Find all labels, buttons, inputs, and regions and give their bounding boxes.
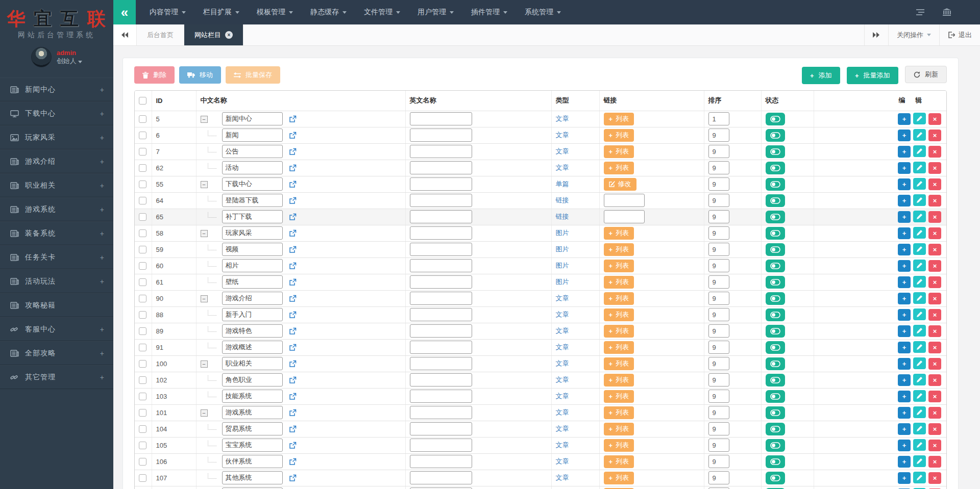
row-add-button[interactable]: + <box>898 358 911 370</box>
row-edit-button[interactable] <box>913 260 926 271</box>
en-name-input[interactable] <box>410 341 472 354</box>
en-name-input[interactable] <box>410 161 472 174</box>
row-delete-button[interactable]: × <box>928 113 941 125</box>
en-name-input[interactable] <box>410 390 472 403</box>
row-checkbox[interactable] <box>139 409 146 417</box>
sort-input[interactable] <box>708 308 729 321</box>
navbar-menu-item[interactable]: 文件管理 <box>356 0 408 24</box>
sort-input[interactable] <box>708 390 729 403</box>
row-add-button[interactable]: + <box>898 178 911 190</box>
en-name-input[interactable] <box>410 194 472 207</box>
external-link-icon[interactable] <box>289 409 297 417</box>
sort-input[interactable] <box>708 439 729 452</box>
sidebar-item[interactable]: 活动玩法 + <box>0 269 113 293</box>
row-delete-button[interactable]: × <box>928 195 941 207</box>
collapse-minus-icon[interactable]: − <box>201 230 208 237</box>
external-link-icon[interactable] <box>289 425 297 433</box>
type-link[interactable]: 文章 <box>556 131 569 139</box>
type-link[interactable]: 文章 <box>556 408 569 416</box>
cn-name-input[interactable] <box>222 243 283 256</box>
row-delete-button[interactable]: × <box>928 276 941 288</box>
status-toggle-button[interactable] <box>766 113 785 125</box>
row-delete-button[interactable]: × <box>928 407 941 419</box>
row-add-button[interactable]: + <box>898 227 911 239</box>
status-toggle-button[interactable] <box>766 129 785 142</box>
collapse-minus-icon[interactable]: − <box>201 409 208 417</box>
external-link-icon[interactable] <box>289 132 297 139</box>
navbar-menu-item[interactable]: 栏目扩展 <box>195 0 247 24</box>
status-toggle-button[interactable] <box>766 292 785 305</box>
link-list-button[interactable]: +列表 <box>604 357 634 370</box>
external-link-icon[interactable] <box>289 360 297 368</box>
row-checkbox[interactable] <box>139 344 146 351</box>
batch-add-button[interactable]: + 批量添加 <box>847 67 898 84</box>
cn-name-input[interactable] <box>222 406 283 419</box>
sort-input[interactable] <box>708 194 729 207</box>
row-add-button[interactable]: + <box>898 260 911 272</box>
type-link[interactable]: 图片 <box>556 262 569 269</box>
row-edit-button[interactable] <box>913 178 926 190</box>
en-name-input[interactable] <box>410 275 472 289</box>
link-list-button[interactable]: +列表 <box>604 439 634 452</box>
external-link-icon[interactable] <box>289 246 297 253</box>
row-add-button[interactable]: + <box>898 130 911 141</box>
sidebar-item[interactable]: 游戏介绍 + <box>0 149 113 173</box>
status-toggle-button[interactable] <box>766 211 785 223</box>
status-toggle-button[interactable] <box>766 455 785 468</box>
en-name-input[interactable] <box>410 373 472 387</box>
row-delete-button[interactable]: × <box>928 456 941 468</box>
external-link-icon[interactable] <box>289 327 297 335</box>
sort-input[interactable] <box>708 341 729 354</box>
status-toggle-button[interactable] <box>766 194 785 207</box>
sort-input[interactable] <box>708 373 729 387</box>
external-link-icon[interactable] <box>289 458 297 466</box>
status-toggle-button[interactable] <box>766 406 785 419</box>
row-add-button[interactable]: + <box>898 309 911 321</box>
link-list-button[interactable]: +列表 <box>604 162 634 174</box>
sidebar-collapse-button[interactable]: « <box>113 0 136 24</box>
status-toggle-button[interactable] <box>766 243 785 256</box>
en-name-input[interactable] <box>410 112 472 125</box>
row-checkbox[interactable] <box>139 246 146 253</box>
row-edit-button[interactable] <box>913 390 926 402</box>
sort-input[interactable] <box>708 406 729 419</box>
row-checkbox[interactable] <box>139 115 146 123</box>
external-link-icon[interactable] <box>289 474 297 482</box>
delete-button[interactable]: 删除 <box>134 66 175 84</box>
en-name-input[interactable] <box>410 226 472 240</box>
cn-name-input[interactable] <box>222 390 283 403</box>
cn-name-input[interactable] <box>222 226 283 240</box>
row-checkbox[interactable] <box>139 213 146 221</box>
sidebar-item[interactable]: 下载中心 + <box>0 101 113 125</box>
cn-name-input[interactable] <box>222 292 283 305</box>
link-list-button[interactable]: +列表 <box>604 472 634 484</box>
sidebar-item[interactable]: 新闻中心 + <box>0 78 113 101</box>
row-delete-button[interactable]: × <box>928 293 941 304</box>
cn-name-input[interactable] <box>222 128 283 142</box>
sort-input[interactable] <box>708 455 729 468</box>
link-list-button[interactable]: +列表 <box>604 145 634 158</box>
link-list-button[interactable]: +列表 <box>604 325 634 338</box>
link-url-input[interactable] <box>604 194 645 207</box>
row-add-button[interactable]: + <box>898 440 911 451</box>
type-link[interactable]: 文章 <box>556 164 569 171</box>
status-toggle-button[interactable] <box>766 325 785 338</box>
refresh-button[interactable]: 刷新 <box>905 66 947 83</box>
row-edit-button[interactable] <box>913 374 926 385</box>
sort-input[interactable] <box>708 112 729 125</box>
sort-input[interactable] <box>708 210 729 223</box>
link-list-button[interactable]: +列表 <box>604 341 634 354</box>
cn-name-input[interactable] <box>222 455 283 468</box>
row-delete-button[interactable]: × <box>928 423 941 435</box>
en-name-input[interactable] <box>410 145 472 158</box>
en-name-input[interactable] <box>410 128 472 142</box>
link-modify-button[interactable]: 修改 <box>604 178 636 191</box>
link-list-button[interactable]: +列表 <box>604 243 634 256</box>
row-delete-button[interactable]: × <box>928 260 941 272</box>
cn-name-input[interactable] <box>222 275 283 289</box>
collapse-minus-icon[interactable]: − <box>201 181 208 188</box>
cn-name-input[interactable] <box>222 422 283 435</box>
type-link[interactable]: 文章 <box>556 457 569 465</box>
type-link[interactable]: 文章 <box>556 392 569 400</box>
row-checkbox[interactable] <box>139 295 146 302</box>
